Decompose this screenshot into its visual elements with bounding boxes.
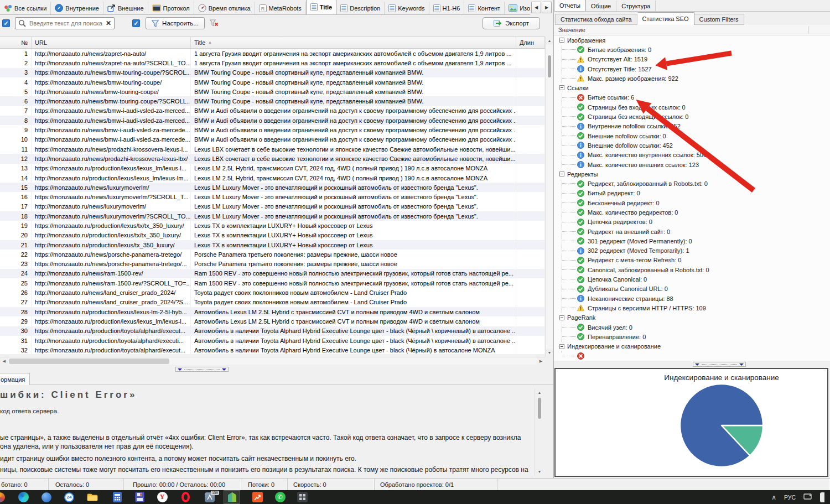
tree-item[interactable]: Макс. количество внутренних ссылок: 500: [554, 150, 830, 160]
tree-item[interactable]: Битый редирект: 0: [554, 189, 830, 198]
tree-item[interactable]: Страницы без исходящих ссылок: 0: [554, 112, 830, 121]
search-input[interactable]: [28, 19, 103, 27]
taskbar-siteanalyzer-icon[interactable]: [224, 490, 240, 504]
table-row[interactable]: 9http://monzaauto.ru/news/bmw-i-audi-vsl…: [0, 125, 545, 134]
column-header-title[interactable]: Title∧: [191, 37, 516, 48]
clear-filter-button[interactable]: [208, 18, 220, 29]
tree-item[interactable]: 301 редирект (Moved Permanently): 0: [554, 236, 830, 246]
tab-all-links[interactable]: Все ссылки: [0, 2, 51, 14]
table-row[interactable]: 11https://monzaauto.ru/news/prodazhi-kro…: [0, 144, 545, 154]
taskbar-whatsapp-icon[interactable]: ✆: [274, 491, 286, 503]
table-row[interactable]: 8https://monzaauto.ru/news/bmw-i-audi-vs…: [0, 116, 545, 125]
tab-content[interactable]: Контент: [464, 2, 505, 14]
tree-item[interactable]: Цепочка редиректов: 0: [554, 217, 830, 227]
tree-item[interactable]: Страницы с версиями HTTP / HTTPS: 109: [554, 303, 830, 313]
clear-search-icon[interactable]: ✕: [106, 20, 111, 27]
tree-item[interactable]: Отсутствует Title: 1527: [554, 64, 830, 74]
table-row[interactable]: 17http://monzaauto.ru/news/luxurymoverlm…: [0, 202, 545, 211]
column-header-url[interactable]: URL: [32, 37, 191, 48]
tree-item[interactable]: Внешние dofollow ссылки: 452: [554, 141, 830, 150]
table-row[interactable]: 26http://monzaauto.ru/news/land_cruiser_…: [0, 288, 545, 297]
taskbar-yandex-browser-icon[interactable]: Y: [156, 491, 168, 503]
bottom-panel-splitter[interactable]: [175, 367, 229, 372]
taskbar-clock-24-icon[interactable]: 24: [63, 491, 75, 503]
tree-item[interactable]: Битые изображения: 0: [554, 45, 830, 54]
tabs-scroll-right-button[interactable]: ▶: [542, 2, 552, 13]
tab-description[interactable]: Description: [336, 2, 385, 14]
tree-item[interactable]: Отсутствует Alt: 1519: [554, 55, 830, 64]
tree-item[interactable]: Висячий узел: 0: [554, 323, 830, 332]
table-row[interactable]: 18http://monzaauto.ru/news/luxurymoverlm…: [0, 211, 545, 221]
tabs-scroll-left-button[interactable]: ◀: [531, 2, 541, 13]
tree-item[interactable]: Битые ссылки: 6: [554, 93, 830, 102]
collapse-minus-icon[interactable]: [559, 38, 564, 43]
table-row[interactable]: 7https://monzaauto.ru/news/bmw-i-audi-vs…: [0, 106, 545, 116]
table-row[interactable]: 29https://monzaauto.ru/production/lexus/…: [0, 316, 545, 326]
collapse-minus-icon[interactable]: [559, 85, 564, 90]
tree-item[interactable]: Редирект, заблокированный в Robots.txt: …: [554, 179, 830, 188]
table-row[interactable]: 32https://monzaauto.ru/production/toyota…: [0, 345, 545, 354]
tree-group-links[interactable]: Ссылки: [554, 83, 830, 92]
column-header-длин[interactable]: Длин: [516, 37, 545, 48]
scroll-up-icon[interactable]: ▲: [546, 37, 553, 45]
table-row[interactable]: 3https://monzaauto.ru/news/bmw-touring-c…: [0, 68, 545, 77]
tree-item[interactable]: Страницы без входящих ссылок: 0: [554, 102, 830, 112]
table-row[interactable]: 19https://monzaauto.ru/production/lexus/…: [0, 221, 545, 230]
scrollbar-thumb[interactable]: [538, 398, 541, 419]
table-row[interactable]: 13https://monzaauto.ru/production/lexus/…: [0, 164, 545, 173]
scrollbar-thumb[interactable]: [548, 55, 551, 77]
table-row[interactable]: 22https://monzaauto.ru/news/porsche-pana…: [0, 250, 545, 259]
right-tab-reports[interactable]: Отчеты: [554, 0, 586, 11]
scroll-down-icon[interactable]: ▼: [535, 467, 544, 476]
tree-item[interactable]: Макс. количество редиректов: 0: [554, 207, 830, 217]
info-panel-scrollbar[interactable]: ▲ ▼: [535, 388, 544, 476]
table-row[interactable]: 31http://monzaauto.ru/production/toyota/…: [0, 336, 545, 345]
table-row[interactable]: 1http://monzaauto.ru/news/zapret-na-auto…: [0, 49, 545, 58]
monitor-icon[interactable]: [803, 493, 812, 501]
tree-item[interactable]: Редирект с мета-тегом Refresh: 0: [554, 256, 830, 265]
tab-keywords[interactable]: Keywords: [385, 2, 429, 14]
tree-item[interactable]: [554, 351, 830, 361]
taskbar-partial-app-icon[interactable]: [0, 491, 9, 503]
table-row[interactable]: 30https://monzaauto.ru/production/toyota…: [0, 326, 545, 336]
taskbar-file-explorer-icon[interactable]: [86, 491, 98, 503]
taskbar-chart-app-icon[interactable]: [251, 491, 263, 503]
table-row[interactable]: 20http://monzaauto.ru/production/lexus/t…: [0, 231, 545, 240]
column-header-№[interactable]: №: [0, 37, 32, 48]
tree-group-redirects[interactable]: Редиректы: [554, 169, 830, 179]
tree-item[interactable]: Редирект на внешний сайт: 0: [554, 227, 830, 236]
table-row[interactable]: 6http://monzaauto.ru/news/bmw-touring-co…: [0, 96, 545, 106]
taskbar-blue-drop-app-icon[interactable]: [40, 491, 53, 503]
tab-metarobots[interactable]: RMetaRobots: [255, 2, 306, 14]
table-row[interactable]: 27http://monzaauto.ru/news/land_cruiser_…: [0, 298, 545, 307]
table-row[interactable]: 23https://monzaauto.ru/news/porsche-pana…: [0, 259, 545, 269]
export-button[interactable]: Экспорт: [483, 17, 540, 29]
tab-information[interactable]: ормация: [0, 373, 30, 385]
tree-item[interactable]: Внешние nofollow ссылки: 0: [554, 131, 830, 141]
subtab-seo-stats[interactable]: Статистика SEO: [637, 12, 694, 25]
table-row[interactable]: 24http://monzaauto.ru/news/ram-1500-rev/…: [0, 269, 545, 278]
table-row[interactable]: 28http://monzaauto.ru/production/lexus/l…: [0, 307, 545, 316]
collapse-minus-icon[interactable]: [559, 344, 564, 349]
table-row[interactable]: 2http://monzaauto.ru/news/zapret-na-auto…: [0, 58, 545, 67]
collapse-minus-icon[interactable]: [559, 172, 564, 176]
tree-item[interactable]: Макс. количество внешних ссылок: 123: [554, 160, 830, 169]
table-horizontal-scrollbar[interactable]: ◀ ▶: [0, 357, 545, 365]
table-row[interactable]: 16https://monzaauto.ru/news/luxurymoverl…: [0, 192, 545, 201]
chart-panel-splitter[interactable]: [693, 362, 746, 367]
table-row[interactable]: 25http://monzaauto.ru/news/ram-1500-rev/…: [0, 278, 545, 288]
tree-group-pagerank[interactable]: PageRank: [554, 313, 830, 323]
tray-chevron-up-icon[interactable]: ∧: [771, 493, 776, 501]
scroll-left-icon[interactable]: ◀: [0, 357, 8, 365]
tree-item[interactable]: Неканонические страницы: 88: [554, 294, 830, 303]
taskbar-messenger-icon[interactable]: 159: [204, 491, 216, 503]
table-row[interactable]: 21http://monzaauto.ru/production/lexus/t…: [0, 240, 545, 250]
table-row[interactable]: 14http://monzaauto.ru/production/lexus/l…: [0, 173, 545, 183]
table-row[interactable]: 10http://monzaauto.ru/news/bmw-i-audi-vs…: [0, 135, 545, 144]
taskbar-calculator-icon[interactable]: [111, 491, 123, 503]
right-tab-general[interactable]: Общие: [586, 1, 616, 11]
tree-group-images[interactable]: Изображения: [554, 35, 830, 45]
taskbar-edge-browser-icon[interactable]: [17, 491, 29, 503]
taskbar-floppy-app-icon[interactable]: [133, 491, 146, 503]
tab-internal[interactable]: Внутренние: [51, 2, 103, 14]
